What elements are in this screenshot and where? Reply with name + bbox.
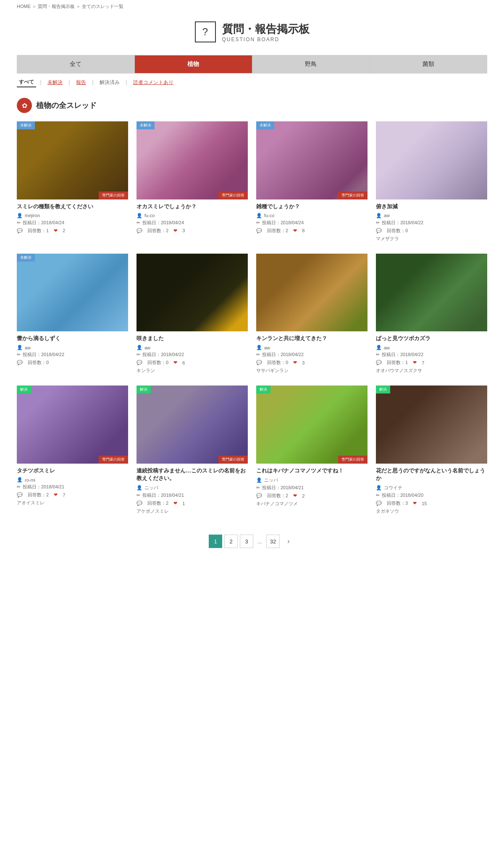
comment-icon: 💬	[136, 228, 142, 233]
card-3[interactable]: 未解決専門家の回答雑種でしょうか？👤 fu-co✏ 投稿日：2018/04/24…	[256, 121, 368, 245]
badge-status: 未解決	[17, 121, 35, 129]
card-stats: 💬回答数：1❤2	[17, 228, 128, 234]
card-title: ぱっと見ウツボカズラ	[376, 335, 487, 342]
filter-item-2[interactable]: 報告	[74, 78, 88, 87]
pencil-icon: ✏	[376, 220, 380, 226]
pencil-icon: ✏	[256, 352, 260, 357]
card-grid: 未解決専門家の回答スミレの種類を教えてください👤 mejiron✏ 投稿日：20…	[0, 117, 504, 526]
card-6[interactable]: 咲きました👤 aw✏ 投稿日：2018/04/22💬回答数：0❤6キンラン	[136, 254, 248, 378]
card-stats: 💬回答数：0❤6	[136, 359, 248, 366]
user-icon: 👤	[136, 485, 142, 490]
filter-item-1[interactable]: 未解決	[45, 78, 65, 87]
filter-item-3[interactable]: 解決済み	[97, 78, 122, 87]
comment-icon: 💬	[256, 228, 262, 233]
page-btn-2[interactable]: 2	[224, 535, 238, 548]
card-user: 👤 fu-co	[136, 213, 248, 218]
filter-bar: すべて｜未解決｜報告｜解決済み｜読者コメントあり	[0, 73, 504, 92]
page-btn-32[interactable]: 32	[266, 535, 280, 548]
card-5[interactable]: 未解決蕾から滴るしずく👤 aw✏ 投稿日：2018/04/22💬回答数：0	[17, 254, 128, 378]
heart-icon: ❤	[293, 228, 297, 233]
section-icon: ✿	[17, 98, 32, 113]
badge-status: 解決	[376, 386, 390, 393]
card-stats: 💬回答数：0	[376, 228, 487, 234]
filter-item-0[interactable]: すべて	[17, 78, 36, 87]
card-user: 👤 ro-mi	[17, 477, 128, 483]
card-user: 👤 ニッパ	[136, 485, 248, 491]
badge-status: 解決	[17, 386, 31, 393]
comment-icon: 💬	[256, 493, 262, 498]
card-date: ✏ 投稿日：2018/04/22	[136, 351, 248, 358]
card-date: ✏ 投稿日：2018/04/22	[17, 351, 128, 358]
heart-icon: ❤	[173, 501, 177, 506]
heart-icon: ❤	[293, 493, 297, 498]
card-date: ✏ 投稿日：2018/04/24	[136, 220, 248, 226]
user-icon: 👤	[17, 477, 23, 483]
card-user: 👤 aw	[376, 213, 487, 218]
card-8[interactable]: ぱっと見ウツボカズラ👤 aw✏ 投稿日：2018/04/22💬回答数：1❤7オオ…	[376, 254, 487, 378]
card-date: ✏ 投稿日：2018/04/22	[376, 351, 487, 358]
pencil-icon: ✏	[256, 485, 260, 490]
badge-expert: 専門家の回答	[338, 191, 368, 199]
pencil-icon: ✏	[136, 352, 140, 357]
card-2[interactable]: 未解決専門家の回答オカスミレでしょうか？👤 fu-co✏ 投稿日：2018/04…	[136, 121, 248, 245]
heart-icon: ❤	[54, 228, 58, 233]
card-user: 👤 aw	[376, 345, 487, 350]
user-icon: 👤	[256, 345, 262, 350]
category-tab-1[interactable]: 植物	[135, 55, 252, 73]
card-7[interactable]: キンランと共に増えてきた？👤 aw✏ 投稿日：2018/04/22💬回答数：0❤…	[256, 254, 368, 378]
category-tab-0[interactable]: 全て	[17, 55, 135, 73]
page-btn-3[interactable]: 3	[240, 535, 253, 548]
filter-item-4[interactable]: 読者コメントあり	[131, 78, 176, 87]
card-title: タチツボスミレ	[17, 467, 128, 475]
card-12[interactable]: 解決花だと思うのですがなんという名前でしょうか👤 コウイチ✏ 投稿日：2018/…	[376, 386, 487, 518]
badge-expert: 専門家の回答	[99, 191, 128, 199]
user-icon: 👤	[376, 345, 382, 350]
heart-icon: ❤	[173, 228, 177, 233]
card-1[interactable]: 未解決専門家の回答スミレの種類を教えてください👤 mejiron✏ 投稿日：20…	[17, 121, 128, 245]
pencil-icon: ✏	[136, 220, 140, 226]
comment-icon: 💬	[17, 360, 23, 365]
category-tab-3[interactable]: 菌類	[370, 55, 487, 73]
header-text-block: 質問・報告掲示板 QUESTION BOARD	[222, 22, 310, 42]
card-date: ✏ 投稿日：2018/04/20	[376, 492, 487, 498]
user-icon: 👤	[136, 345, 142, 350]
card-tag: キンラン	[136, 367, 248, 374]
pencil-icon: ✏	[136, 493, 140, 498]
comment-icon: 💬	[376, 501, 382, 506]
filter-separator: ｜	[124, 79, 129, 86]
card-stats: 💬回答数：0❤3	[256, 359, 368, 366]
card-9[interactable]: 解決専門家の回答タチツボスミレ👤 ro-mi✏ 投稿日：2018/04/21💬回…	[17, 386, 128, 518]
card-title: 蕾から滴るしずく	[17, 335, 128, 342]
pagination-next[interactable]: ›	[282, 535, 295, 548]
pencil-icon: ✏	[17, 352, 21, 357]
card-10[interactable]: 解決専門家の回答連続投稿すみません…このスミレの名前をお教えください。👤 ニッパ…	[136, 386, 248, 518]
section-header: ✿ 植物の全スレッド	[0, 92, 504, 117]
comment-icon: 💬	[136, 360, 142, 365]
card-title: 連続投稿すみません…このスミレの名前をお教えください。	[136, 467, 248, 482]
comment-icon: 💬	[17, 228, 23, 233]
category-tab-2[interactable]: 野鳥	[252, 55, 370, 73]
card-date: ✏ 投稿日：2018/04/22	[376, 220, 487, 226]
card-tag: マメザクラ	[376, 236, 487, 242]
card-date: ✏ 投稿日：2018/04/21	[136, 492, 248, 498]
pencil-icon: ✏	[256, 220, 260, 226]
user-icon: 👤	[17, 345, 23, 350]
card-tag: タガネソウ	[376, 508, 487, 514]
badge-expert: 専門家の回答	[338, 456, 368, 464]
card-11[interactable]: 解決専門家の回答これはキバナノコマノツメですね！👤 ニッパ✏ 投稿日：2018/…	[256, 386, 368, 518]
heart-icon: ❤	[413, 501, 417, 506]
card-stats: 💬回答数：1❤7	[376, 359, 487, 366]
card-4[interactable]: 俯き加減👤 aw✏ 投稿日：2018/04/22💬回答数：0マメザクラ	[376, 121, 487, 245]
card-title: 雑種でしょうか？	[256, 203, 368, 210]
card-user: 👤 fu-co	[256, 213, 368, 218]
badge-status: 解決	[136, 386, 151, 393]
badge-status: 未解決	[256, 121, 274, 129]
comment-icon: 💬	[376, 360, 382, 365]
user-icon: 👤	[136, 213, 142, 218]
card-tag: キバナノコマノツメ	[256, 501, 368, 507]
breadcrumb: HOME ＞ 質問・報告掲示板 ＞ 全てのスレッド一覧	[0, 0, 504, 13]
page-btn-1[interactable]: 1	[209, 535, 222, 548]
card-user: 👤 aw	[136, 345, 248, 350]
card-date: ✏ 投稿日：2018/04/24	[256, 220, 368, 226]
card-date: ✏ 投稿日：2018/04/21	[17, 484, 128, 490]
